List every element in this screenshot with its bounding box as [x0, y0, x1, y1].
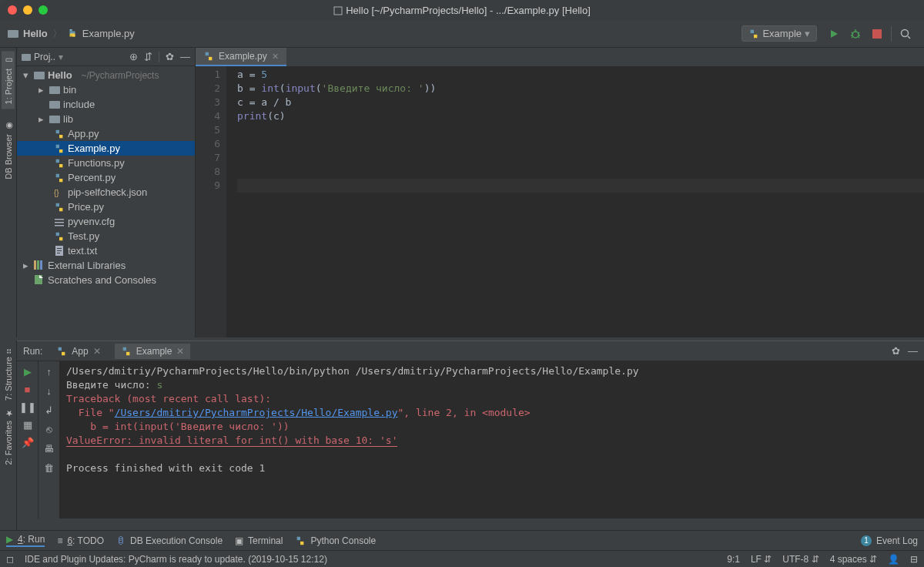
- svg-point-2: [70, 29, 71, 30]
- database-icon: ◉: [3, 121, 13, 131]
- close-icon[interactable]: ✕: [176, 346, 184, 357]
- run-tool-window: Run: App✕ Example✕ ✿ — ▶ ■ ❚❚ ▦ 📌 ↑ ↓ ↲ …: [17, 341, 924, 518]
- window-maximize-button[interactable]: [38, 5, 48, 15]
- sidebar-tab-favorites[interactable]: 2: Favorites ★: [3, 408, 13, 465]
- tree-item[interactable]: App.py: [17, 126, 195, 141]
- pin-icon[interactable]: 📌: [22, 437, 34, 448]
- tree-item[interactable]: Price.py: [17, 200, 195, 214]
- line-separator[interactable]: LF ⇵: [751, 554, 772, 565]
- python-file-icon: [67, 29, 78, 39]
- wrap-icon[interactable]: ↲: [45, 404, 53, 416]
- svg-rect-16: [57, 248, 62, 249]
- file-encoding[interactable]: UTF-8 ⇵: [782, 554, 819, 565]
- project-tool-window: Proj..▾ ⊕ ⇵ ✿ — ▾ Hello ~/PycharmProject…: [17, 48, 196, 337]
- editor-tab-example[interactable]: Example.py ✕: [196, 48, 286, 66]
- editor-content[interactable]: a = 5b = int(input('Введите число: '))c …: [226, 66, 924, 337]
- tree-item[interactable]: Functions.py: [17, 156, 195, 170]
- folder-icon: [22, 52, 31, 62]
- debug-button[interactable]: [845, 23, 866, 45]
- inspection-icon[interactable]: 👤: [888, 554, 899, 565]
- run-config-selector[interactable]: Example ▾: [742, 25, 817, 42]
- console-output[interactable]: /Users/dmitriy/PycharmProjects/Hello/bin…: [60, 361, 924, 518]
- folder-icon: [8, 29, 18, 39]
- stop-button[interactable]: [866, 23, 888, 45]
- svg-rect-17: [57, 250, 62, 251]
- svg-rect-14: [55, 225, 64, 226]
- tree-item[interactable]: text.txt: [17, 243, 195, 258]
- libraries-icon: [34, 260, 45, 271]
- tree-root[interactable]: ▾ Hello ~/PycharmProjects: [17, 68, 195, 82]
- sidebar-tab-structure[interactable]: 7: Structure ⠶: [3, 348, 13, 401]
- sidebar-tab-project[interactable]: 1: Project ▭: [2, 51, 15, 109]
- svg-rect-10: [49, 116, 60, 123]
- tree-item[interactable]: Example.py: [17, 141, 195, 156]
- python-file-icon: [203, 51, 214, 62]
- run-tab-app[interactable]: App✕: [50, 344, 106, 359]
- chevron-down-icon: ▾: [805, 28, 810, 39]
- tool-tab-python-console[interactable]: Python Console: [295, 535, 376, 546]
- run-label: Run:: [23, 346, 42, 357]
- tree-external-libs[interactable]: ▸External Libraries: [17, 258, 195, 273]
- tree-item[interactable]: Test.py: [17, 229, 195, 243]
- svg-rect-12: [55, 219, 64, 220]
- project-pane-title[interactable]: Proj..▾: [22, 52, 63, 62]
- tree-item[interactable]: {}pip-selfcheck.json: [17, 185, 195, 200]
- svg-rect-7: [34, 72, 45, 79]
- run-action-gutter-1: ▶ ■ ❚❚ ▦ 📌: [17, 361, 38, 518]
- close-icon[interactable]: ✕: [272, 52, 279, 62]
- breadcrumb-project[interactable]: Hello: [23, 28, 48, 39]
- print-icon[interactable]: 🖶: [44, 443, 54, 455]
- tree-item[interactable]: pyvenv.cfg: [17, 214, 195, 229]
- tree-item[interactable]: ▸bin: [17, 82, 195, 97]
- down-icon[interactable]: ↓: [46, 385, 52, 397]
- svg-rect-1: [8, 30, 18, 38]
- tree-scratches[interactable]: ▸Scratches and Consoles: [17, 273, 195, 287]
- collapse-icon[interactable]: ⇵: [144, 51, 152, 62]
- hide-icon[interactable]: —: [908, 345, 918, 357]
- window-minimize-button[interactable]: [23, 5, 32, 15]
- tool-tab-db-console[interactable]: 🛢DB Execution Console: [116, 535, 223, 546]
- gear-icon[interactable]: ✿: [166, 51, 174, 62]
- run-tab-example[interactable]: Example✕: [115, 344, 191, 359]
- pause-icon[interactable]: ❚❚: [19, 401, 36, 413]
- breadcrumb-file[interactable]: Example.py: [82, 28, 135, 39]
- project-tree[interactable]: ▾ Hello ~/PycharmProjects ▸bin include▸l…: [17, 66, 195, 337]
- caret-position[interactable]: 9:1: [727, 554, 740, 565]
- indent-config[interactable]: 4 spaces ⇵: [830, 554, 877, 565]
- tree-item[interactable]: include: [17, 97, 195, 112]
- chevron-right-icon: ▸: [23, 260, 31, 271]
- tool-tab-terminal[interactable]: ▣Terminal: [235, 535, 283, 546]
- tool-tab-run[interactable]: ▶4: Run: [6, 534, 45, 547]
- status-message[interactable]: IDE and Plugin Updates: PyCharm is ready…: [25, 554, 327, 565]
- svg-rect-21: [40, 260, 42, 270]
- editor-tab-bar: Example.py ✕: [196, 48, 924, 66]
- python-icon: [121, 346, 132, 357]
- memory-icon[interactable]: ⊟: [910, 554, 918, 565]
- locate-icon[interactable]: ⊕: [129, 51, 138, 62]
- window-close-button[interactable]: [8, 5, 17, 15]
- trash-icon[interactable]: 🗑: [44, 462, 54, 474]
- sidebar-tab-db-browser[interactable]: DB Browser ◉: [2, 116, 15, 184]
- titlebar: Hello [~/PycharmProjects/Hello] - .../Ex…: [0, 0, 924, 20]
- navigation-bar: Hello 〉 Example.py Example ▾: [0, 20, 924, 48]
- scroll-icon[interactable]: ⎋: [46, 424, 52, 435]
- stop-icon[interactable]: ■: [25, 384, 31, 395]
- rerun-icon[interactable]: ▶: [24, 366, 32, 377]
- gear-icon[interactable]: ✿: [892, 345, 900, 357]
- up-icon[interactable]: ↑: [46, 366, 52, 377]
- status-bar: ◻ IDE and Plugin Updates: PyCharm is rea…: [0, 550, 924, 567]
- run-button[interactable]: [823, 23, 845, 45]
- close-icon[interactable]: ✕: [93, 346, 101, 357]
- tree-item[interactable]: Percent.py: [17, 170, 195, 185]
- svg-rect-13: [55, 222, 64, 223]
- search-everywhere-button[interactable]: [895, 23, 916, 45]
- chevron-right-icon: 〉: [52, 27, 62, 41]
- tool-tab-event-log[interactable]: 1Event Log: [861, 535, 918, 546]
- tool-windows-icon[interactable]: ◻: [6, 554, 14, 565]
- layout-icon[interactable]: ▦: [23, 419, 32, 431]
- tool-tab-todo[interactable]: ≡6: TODO: [57, 535, 104, 546]
- tree-item[interactable]: ▸lib: [17, 112, 195, 126]
- project-icon: ▭: [3, 55, 13, 65]
- editor-gutter[interactable]: 123456789: [196, 66, 226, 337]
- hide-icon[interactable]: —: [180, 51, 190, 62]
